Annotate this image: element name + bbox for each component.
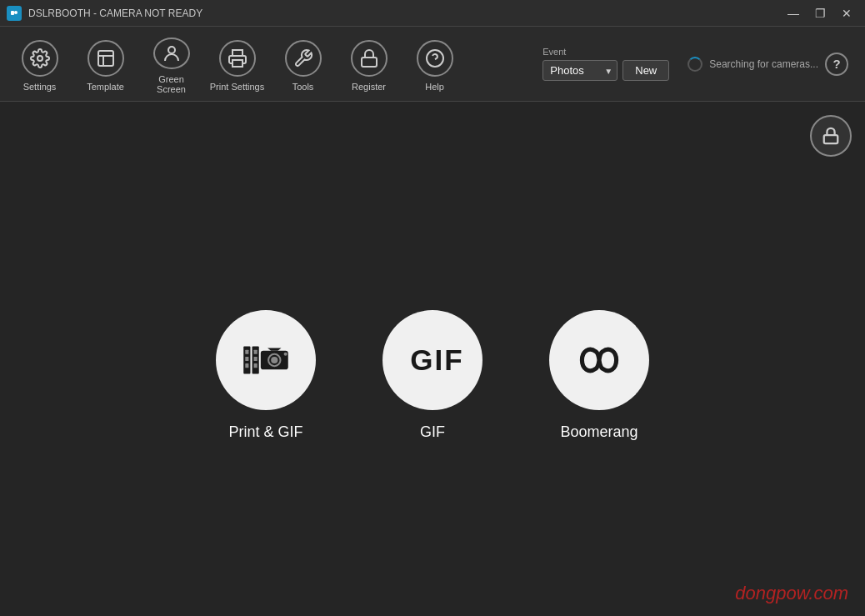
toolbar-right: Event Photos Video ▼ New Searching for c… bbox=[542, 47, 857, 81]
toolbar-items: Settings Template Green Screen bbox=[8, 31, 542, 98]
svg-rect-16 bbox=[254, 350, 258, 354]
window-controls: — ❐ ✕ bbox=[782, 4, 858, 23]
camera-help-button[interactable]: ? bbox=[825, 53, 848, 76]
event-label: Event bbox=[542, 47, 566, 57]
print-gif-label: Print & GIF bbox=[228, 423, 302, 441]
svg-rect-7 bbox=[362, 58, 377, 67]
toolbar-item-settings[interactable]: Settings bbox=[8, 31, 71, 98]
tools-icon bbox=[285, 40, 322, 77]
gif-icon: GIF bbox=[382, 310, 482, 410]
event-section: Event Photos Video ▼ New bbox=[542, 47, 669, 81]
svg-rect-6 bbox=[232, 60, 242, 67]
register-icon bbox=[351, 40, 388, 77]
toolbar-item-green-screen[interactable]: Green Screen bbox=[140, 31, 202, 98]
title-bar-left: DSLRBOOTH - CAMERA NOT READY bbox=[7, 6, 202, 21]
svg-rect-14 bbox=[245, 363, 248, 368]
svg-point-5 bbox=[168, 47, 175, 53]
help-label: Help bbox=[425, 82, 444, 92]
lock-button[interactable] bbox=[810, 115, 852, 157]
close-button[interactable]: ✕ bbox=[835, 4, 858, 23]
svg-point-2 bbox=[14, 11, 18, 14]
green-screen-label: Green Screen bbox=[143, 74, 199, 94]
mode-item-boomerang[interactable]: Boomerang bbox=[549, 310, 649, 441]
svg-point-21 bbox=[271, 357, 278, 363]
toolbar: Settings Template Green Screen bbox=[0, 27, 865, 102]
title-bar: DSLRBOOTH - CAMERA NOT READY — ❐ ✕ bbox=[0, 0, 865, 27]
tools-label: Tools bbox=[292, 82, 314, 92]
toolbar-item-print-settings[interactable]: Print Settings bbox=[206, 31, 268, 98]
register-label: Register bbox=[352, 82, 386, 92]
settings-label: Settings bbox=[23, 82, 57, 92]
camera-spinner bbox=[688, 57, 702, 72]
watermark: dongpow.com bbox=[735, 583, 848, 604]
minimize-button[interactable]: — bbox=[782, 4, 805, 23]
svg-rect-13 bbox=[245, 357, 248, 361]
new-event-button[interactable]: New bbox=[622, 60, 669, 81]
template-label: Template bbox=[87, 82, 124, 92]
svg-point-22 bbox=[284, 353, 288, 356]
boomerang-label: Boomerang bbox=[560, 423, 638, 441]
settings-icon bbox=[22, 40, 58, 77]
event-controls: Photos Video ▼ New bbox=[542, 60, 669, 81]
svg-rect-4 bbox=[98, 51, 113, 66]
green-screen-icon bbox=[153, 38, 190, 69]
template-icon bbox=[88, 40, 124, 77]
camera-status-text: Searching for cameras... bbox=[709, 58, 818, 70]
event-dropdown-wrapper: Photos Video ▼ bbox=[542, 60, 618, 81]
mode-buttons: Print & GIF GIF GIF Boomerang bbox=[216, 310, 649, 441]
print-settings-label: Print Settings bbox=[210, 82, 264, 92]
toolbar-item-tools[interactable]: Tools bbox=[272, 31, 334, 98]
boomerang-icon bbox=[549, 310, 649, 410]
svg-rect-12 bbox=[245, 350, 248, 354]
svg-rect-17 bbox=[254, 357, 258, 361]
svg-text:GIF: GIF bbox=[410, 343, 462, 376]
svg-rect-1 bbox=[11, 11, 14, 15]
help-toolbar-icon bbox=[417, 40, 453, 77]
print-icon bbox=[219, 40, 256, 77]
mode-item-gif[interactable]: GIF GIF bbox=[382, 310, 482, 441]
mode-item-print-gif[interactable]: Print & GIF bbox=[216, 310, 316, 441]
print-gif-icon bbox=[216, 310, 316, 410]
main-content: Print & GIF GIF GIF Boomerang dongpow.co… bbox=[0, 102, 865, 616]
gif-label: GIF bbox=[420, 423, 445, 441]
toolbar-item-template[interactable]: Template bbox=[74, 31, 137, 98]
svg-rect-10 bbox=[824, 135, 838, 143]
app-icon bbox=[7, 6, 22, 21]
svg-rect-18 bbox=[254, 363, 258, 368]
camera-status: Searching for cameras... ? bbox=[688, 53, 848, 76]
toolbar-item-help[interactable]: Help bbox=[403, 31, 466, 98]
event-dropdown[interactable]: Photos Video bbox=[542, 60, 618, 81]
app-title: DSLRBOOTH - CAMERA NOT READY bbox=[28, 8, 202, 19]
svg-point-3 bbox=[38, 56, 42, 61]
maximize-button[interactable]: ❐ bbox=[808, 4, 832, 23]
toolbar-item-register[interactable]: Register bbox=[338, 31, 400, 98]
